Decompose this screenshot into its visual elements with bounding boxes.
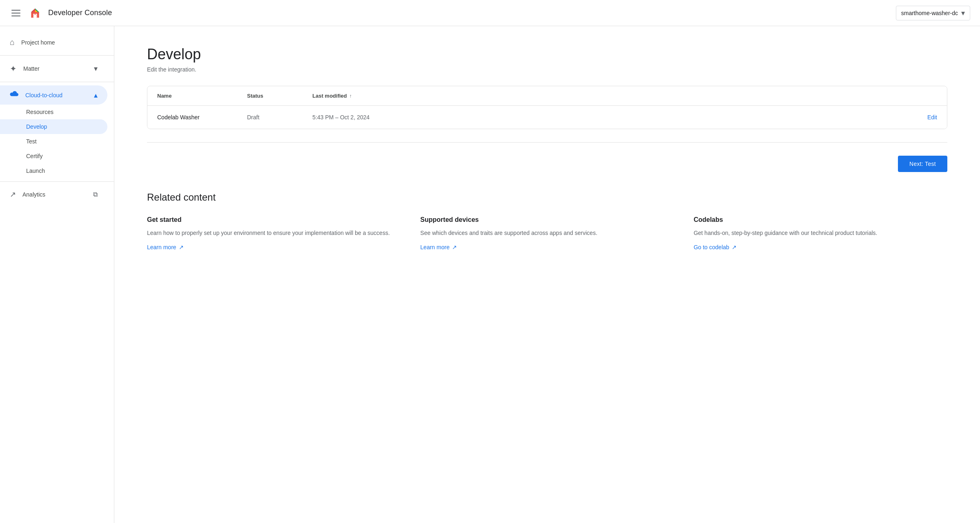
table-header: Name Status Last modified ↑ [147, 86, 947, 106]
cell-edit: Edit [927, 114, 937, 121]
analytics-label: Analytics [22, 191, 45, 198]
sidebar-item-project-home[interactable]: ⌂ Project home [0, 33, 107, 52]
card-codelabs-link-label: Go to codelab [694, 244, 729, 250]
card-get-started-link[interactable]: Learn more ↗ [147, 244, 401, 250]
project-name: smarthome-washer-dc [901, 10, 958, 16]
card-codelabs-title: Codelabs [694, 216, 947, 224]
card-get-started-desc: Learn how to properly set up your enviro… [147, 228, 401, 237]
svg-rect-2 [33, 16, 37, 18]
related-content-title: Related content [147, 192, 947, 203]
project-chevron-icon: ▾ [961, 9, 965, 18]
certify-label: Certify [26, 153, 42, 159]
sidebar-sub-item-test[interactable]: Test [0, 134, 107, 149]
cell-last-modified: 5:43 PM – Oct 2, 2024 [312, 114, 927, 121]
hamburger-menu[interactable] [10, 8, 22, 18]
sidebar-divider-3 [0, 181, 114, 182]
cloud-to-cloud-label: Cloud-to-cloud [25, 92, 62, 98]
card-supported-devices-link[interactable]: Learn more ↗ [420, 244, 674, 250]
cell-integration-name: Codelab Washer [157, 114, 247, 121]
col-header-last-modified[interactable]: Last modified ↑ [312, 93, 937, 99]
launch-label: Launch [26, 168, 45, 174]
related-cards: Get started Learn how to properly set up… [147, 216, 947, 250]
main-content: Develop Edit the integration. Name Statu… [114, 26, 980, 523]
cloud-icon [10, 90, 19, 100]
integrations-table: Name Status Last modified ↑ Codelab Wash… [147, 86, 947, 129]
sidebar-item-cloud-to-cloud[interactable]: Cloud-to-cloud ▴ [0, 85, 107, 105]
svg-rect-0 [33, 13, 35, 16]
sidebar-sub-item-resources[interactable]: Resources [0, 105, 107, 119]
matter-icon: ✦ [10, 64, 17, 74]
get-started-ext-icon: ↗ [179, 244, 184, 250]
matter-label: Matter [23, 65, 40, 72]
page-subtitle: Edit the integration. [147, 66, 947, 73]
home-icon: ⌂ [10, 38, 15, 47]
edit-link[interactable]: Edit [927, 114, 937, 121]
card-codelabs-desc: Get hands-on, step-by-step guidance with… [694, 228, 947, 237]
card-get-started-title: Get started [147, 216, 401, 224]
svg-rect-1 [36, 13, 37, 16]
sidebar-item-analytics[interactable]: ↗ Analytics ⧉ [0, 185, 107, 204]
analytics-external-icon: ⧉ [93, 191, 98, 198]
next-test-button[interactable]: Next: Test [898, 156, 947, 172]
related-content-section: Related content Get started Learn how to… [147, 192, 947, 250]
sidebar-sub-item-certify[interactable]: Certify [0, 149, 107, 163]
matter-chevron-icon: ▾ [94, 64, 98, 73]
related-card-supported-devices: Supported devices See which devices and … [420, 216, 674, 250]
app-title: Developer Console [48, 9, 112, 17]
sidebar-divider-2 [0, 82, 114, 82]
google-home-logo [29, 7, 42, 20]
card-supported-devices-link-label: Learn more [420, 244, 450, 250]
sidebar-divider-1 [0, 55, 114, 56]
card-supported-devices-desc: See which devices and traits are support… [420, 228, 674, 237]
action-row: Next: Test [147, 156, 947, 172]
project-selector[interactable]: smarthome-washer-dc ▾ [896, 6, 970, 20]
page-title: Develop [147, 46, 947, 63]
project-home-label: Project home [21, 39, 55, 46]
card-get-started-link-label: Learn more [147, 244, 176, 250]
related-card-get-started: Get started Learn how to properly set up… [147, 216, 401, 250]
test-label: Test [26, 138, 37, 145]
sidebar-sub-item-develop[interactable]: Develop [0, 119, 107, 134]
cloud-to-cloud-chevron-icon: ▴ [94, 91, 98, 100]
col-header-status: Status [247, 93, 312, 99]
card-codelabs-link[interactable]: Go to codelab ↗ [694, 244, 947, 250]
supported-devices-ext-icon: ↗ [452, 244, 457, 250]
analytics-icon: ↗ [10, 190, 16, 199]
table-row: Codelab Washer Draft 5:43 PM – Oct 2, 20… [147, 106, 947, 129]
sort-icon: ↑ [350, 93, 352, 99]
cell-status: Draft [247, 114, 312, 121]
sidebar: ⌂ Project home ✦ Matter ▾ Cloud-to-cloud… [0, 26, 114, 523]
card-supported-devices-title: Supported devices [420, 216, 674, 224]
topbar: Developer Console smarthome-washer-dc ▾ [0, 0, 980, 26]
related-card-codelabs: Codelabs Get hands-on, step-by-step guid… [694, 216, 947, 250]
col-header-name: Name [157, 93, 247, 99]
develop-label: Develop [26, 123, 47, 130]
sidebar-sub-item-launch[interactable]: Launch [0, 163, 107, 178]
codelabs-ext-icon: ↗ [732, 244, 737, 250]
section-divider [147, 142, 947, 143]
sidebar-item-matter[interactable]: ✦ Matter ▾ [0, 59, 107, 78]
resources-label: Resources [26, 109, 53, 115]
